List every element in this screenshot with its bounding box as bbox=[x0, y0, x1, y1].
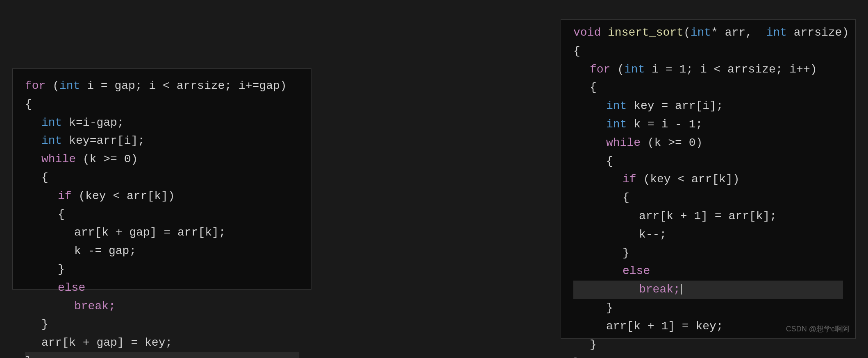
token: int bbox=[41, 116, 62, 129]
token: { bbox=[25, 98, 32, 111]
token: { bbox=[623, 191, 629, 204]
token: arr[k + gap] = key; bbox=[41, 336, 172, 349]
code-line: { bbox=[573, 189, 843, 207]
code-line: } bbox=[25, 352, 299, 358]
code-line: } bbox=[573, 244, 843, 263]
code-line: arr[k + gap] = key; bbox=[25, 334, 299, 352]
token: arr[k + gap] = arr[k]; bbox=[74, 226, 226, 239]
token: for bbox=[590, 63, 610, 76]
token: int bbox=[59, 79, 80, 92]
token: for bbox=[25, 79, 45, 92]
token: (k >= 0) bbox=[76, 153, 138, 165]
code-line: { bbox=[573, 152, 843, 171]
token: { bbox=[41, 171, 48, 184]
code-line: arr[k + 1] = arr[k]; bbox=[573, 207, 843, 226]
token bbox=[601, 26, 608, 39]
token: int bbox=[766, 26, 787, 39]
token: ( bbox=[684, 26, 691, 39]
text-cursor bbox=[681, 284, 682, 295]
code-line: for (int i = 1; i < arrsize; i++) bbox=[573, 61, 843, 79]
token: k--; bbox=[639, 228, 666, 241]
token: } bbox=[573, 356, 580, 358]
token: { bbox=[590, 81, 597, 94]
token: { bbox=[58, 208, 65, 221]
token: } bbox=[41, 318, 48, 331]
token: while bbox=[606, 136, 641, 149]
token: insert_sort bbox=[608, 26, 684, 39]
token: k = i - 1; bbox=[627, 118, 702, 131]
token: { bbox=[573, 45, 580, 57]
token: } bbox=[606, 301, 613, 314]
right-code-panel: void insert_sort(int* arr, int arrsize){… bbox=[561, 19, 856, 339]
code-line: int key = arr[i]; bbox=[573, 97, 843, 116]
code-line: } bbox=[25, 315, 299, 334]
code-line: k--; bbox=[573, 226, 843, 244]
code-line: else bbox=[25, 279, 299, 297]
code-line: int key=arr[i]; bbox=[25, 132, 299, 150]
token: break; bbox=[74, 300, 116, 313]
token: if bbox=[58, 190, 72, 202]
token: } bbox=[590, 338, 597, 351]
token: int bbox=[606, 118, 627, 131]
token: arrsize) bbox=[787, 26, 849, 39]
code-line: break; bbox=[25, 297, 299, 316]
token: arr[k + 1] = arr[k]; bbox=[639, 210, 777, 222]
token: k -= gap; bbox=[74, 245, 136, 257]
token: arr[k + 1] = key; bbox=[606, 320, 723, 333]
token: int bbox=[41, 134, 62, 147]
code-line: k -= gap; bbox=[25, 242, 299, 261]
code-line: void insert_sort(int* arr, int arrsize) bbox=[573, 24, 843, 42]
token: (key < arr[k]) bbox=[636, 173, 740, 186]
token: int bbox=[606, 100, 627, 112]
token: key = arr[i]; bbox=[627, 100, 723, 112]
token: } bbox=[623, 247, 629, 259]
token: int bbox=[691, 26, 711, 39]
code-line: } bbox=[573, 336, 843, 354]
code-line: else bbox=[573, 262, 843, 281]
code-line: } bbox=[573, 299, 843, 317]
code-line: while (k >= 0) bbox=[25, 150, 299, 169]
token: else bbox=[58, 281, 85, 294]
token: void bbox=[573, 26, 601, 39]
code-line: { bbox=[25, 206, 299, 224]
code-line: while (k >= 0) bbox=[573, 134, 843, 152]
code-line: { bbox=[573, 42, 843, 61]
token: } bbox=[25, 355, 32, 358]
token: else bbox=[623, 265, 650, 277]
token: key=arr[i]; bbox=[62, 134, 145, 147]
left-code-panel: for (int i = gap; i < arrsize; i+=gap){i… bbox=[12, 68, 311, 290]
code-line: int k = i - 1; bbox=[573, 116, 843, 134]
code-line: if (key < arr[k]) bbox=[573, 170, 843, 189]
code-line: } bbox=[573, 354, 843, 358]
token: (k >= 0) bbox=[641, 136, 702, 149]
token: ( bbox=[45, 79, 59, 92]
right-code-content: void insert_sort(int* arr, int arrsize){… bbox=[573, 24, 843, 358]
left-code-content: for (int i = gap; i < arrsize; i+=gap){i… bbox=[25, 77, 299, 358]
token: int bbox=[624, 63, 645, 76]
code-line: { bbox=[573, 79, 843, 97]
token: (key < arr[k]) bbox=[72, 190, 175, 202]
code-line: arr[k + gap] = arr[k]; bbox=[25, 224, 299, 242]
token: * arr, bbox=[711, 26, 766, 39]
code-line: int k=i-gap; bbox=[25, 114, 299, 132]
code-line: if (key < arr[k]) bbox=[25, 187, 299, 206]
token: i = gap; i < arrsize; i+=gap) bbox=[80, 79, 286, 92]
token: break; bbox=[639, 283, 680, 296]
token: ( bbox=[610, 63, 624, 76]
code-line: { bbox=[25, 169, 299, 187]
token: } bbox=[58, 263, 65, 276]
code-line: } bbox=[25, 261, 299, 279]
watermark: CSDN @想学c啊阿 bbox=[786, 323, 850, 335]
token: { bbox=[606, 155, 613, 168]
token: while bbox=[41, 153, 76, 165]
code-line: for (int i = gap; i < arrsize; i+=gap) bbox=[25, 77, 299, 95]
token: i = 1; i < arrsize; i++) bbox=[645, 63, 817, 76]
code-line: break; bbox=[573, 281, 843, 299]
token: k=i-gap; bbox=[62, 116, 124, 129]
code-line: { bbox=[25, 95, 299, 114]
token: if bbox=[623, 173, 636, 186]
